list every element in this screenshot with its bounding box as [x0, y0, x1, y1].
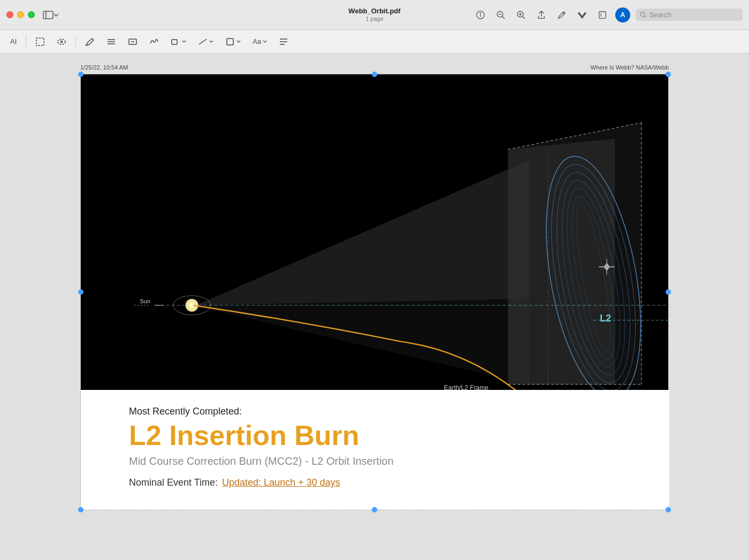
- handle-bottom-left[interactable]: [78, 507, 83, 512]
- svg-point-18: [58, 39, 65, 44]
- handle-middle-right[interactable]: [666, 289, 671, 295]
- pencil-dropdown-button[interactable]: [575, 9, 590, 21]
- box-icon: [225, 37, 235, 47]
- handle-top-right[interactable]: [666, 72, 671, 77]
- more-tools-icon: [279, 37, 288, 47]
- svg-rect-25: [172, 40, 177, 44]
- shapes-dropdown-button[interactable]: [168, 35, 189, 48]
- svg-rect-27: [227, 39, 233, 45]
- zoom-out-icon: [496, 10, 506, 20]
- maximize-button[interactable]: [28, 11, 35, 18]
- title-bar: Webb_Orbit.pdf 1 page: [0, 0, 749, 30]
- more-tools-button[interactable]: [276, 35, 291, 48]
- svg-rect-0: [43, 11, 53, 19]
- zoom-in-icon: [516, 10, 526, 20]
- svg-line-16: [644, 16, 646, 17]
- lines-dropdown-button[interactable]: [195, 35, 216, 48]
- dropdown-arrow-icon: [182, 40, 186, 43]
- doc-source: Where Is Webb? NASA/Webb: [591, 64, 669, 71]
- main-content: 1/25/22, 10:54 AM Where Is Webb? NASA/We…: [0, 53, 749, 560]
- toolbar-divider-2: [75, 35, 76, 48]
- chevron-down-small-icon: [577, 10, 587, 20]
- svg-line-9: [523, 16, 525, 19]
- orbit-visualization: Sun: [81, 74, 668, 390]
- svg-rect-13: [599, 11, 606, 18]
- text-button[interactable]: [125, 35, 140, 48]
- dropdown-arrow-3-icon: [236, 40, 241, 43]
- zoom-out-button[interactable]: [493, 9, 508, 21]
- window-title: Webb_Orbit.pdf 1 page: [348, 7, 400, 22]
- traffic-lights: [6, 11, 35, 18]
- sidebar-icon: [43, 11, 54, 19]
- svg-text:Sun: Sun: [140, 298, 150, 304]
- info-icon: [476, 10, 485, 20]
- signature-icon: [149, 37, 159, 47]
- pencil-icon: [557, 10, 567, 20]
- signature-button[interactable]: [147, 35, 162, 48]
- handle-top-left[interactable]: [78, 72, 83, 77]
- page-count-label: 1 page: [365, 16, 384, 22]
- rectangle-select-icon: [35, 37, 45, 47]
- info-button[interactable]: [473, 9, 488, 21]
- ai-button[interactable]: AI: [7, 36, 19, 47]
- svg-line-6: [502, 16, 505, 19]
- toolbar-right: A: [473, 7, 743, 22]
- nominal-link[interactable]: Updated: Launch + 30 days: [222, 477, 340, 488]
- chevron-down-icon: [54, 13, 59, 17]
- pdf-image-container[interactable]: Sun: [80, 74, 669, 510]
- share-button[interactable]: [534, 9, 549, 21]
- space-image: Sun: [81, 74, 668, 390]
- strikethrough-icon: [106, 37, 116, 47]
- box-dropdown-button[interactable]: [223, 35, 243, 48]
- svg-point-19: [61, 41, 63, 42]
- expand-icon: [598, 10, 607, 20]
- strikethrough-button[interactable]: [104, 35, 119, 48]
- nominal-event-row: Nominal Event Time: Updated: Launch + 30…: [129, 477, 621, 488]
- ai-label: AI: [10, 37, 17, 45]
- handle-bottom-center[interactable]: [372, 507, 377, 512]
- lasso-icon: [57, 37, 66, 47]
- svg-line-12: [563, 12, 564, 14]
- minimize-button[interactable]: [17, 11, 24, 18]
- font-dropdown-button[interactable]: Aa: [250, 36, 270, 47]
- lasso-select-button[interactable]: [54, 35, 69, 48]
- svg-point-4: [480, 13, 480, 13]
- handle-top-center[interactable]: [372, 72, 377, 77]
- pencil-button[interactable]: [554, 9, 569, 21]
- annotation-button[interactable]: A: [615, 7, 630, 22]
- doc-text-content: Most Recently Completed: L2 Insertion Bu…: [81, 390, 669, 510]
- burn-title-heading: L2 Insertion Burn: [129, 420, 621, 451]
- doc-header: 1/25/22, 10:54 AM Where Is Webb? NASA/We…: [80, 64, 669, 71]
- svg-text:Earth/L2 Frame: Earth/L2 Frame: [444, 384, 488, 390]
- dropdown-arrow-2-icon: [209, 40, 213, 43]
- text-icon: [128, 37, 137, 47]
- annotation-toolbar: AI: [0, 30, 749, 53]
- nominal-label: Nominal Event Time:: [129, 477, 218, 488]
- zoom-in-button[interactable]: [514, 9, 529, 21]
- search-icon: [640, 11, 647, 19]
- draw-icon: [85, 37, 95, 47]
- search-input[interactable]: [649, 11, 738, 19]
- filename-label: Webb_Orbit.pdf: [348, 7, 400, 16]
- burn-subtitle-text: Mid Course Correction Burn (MCC2) - L2 O…: [129, 455, 621, 467]
- doc-timestamp: 1/25/22, 10:54 AM: [80, 64, 128, 71]
- expand-button[interactable]: [595, 9, 610, 21]
- shapes-icon: [171, 37, 180, 47]
- rectangle-select-button[interactable]: [33, 35, 48, 48]
- search-bar[interactable]: [636, 9, 743, 21]
- share-icon: [537, 10, 546, 20]
- draw-button[interactable]: [82, 35, 97, 48]
- handle-bottom-right[interactable]: [666, 507, 671, 512]
- sidebar-toggle-button[interactable]: [40, 9, 62, 21]
- svg-rect-17: [36, 38, 44, 45]
- toolbar-divider-1: [26, 35, 26, 48]
- close-button[interactable]: [6, 11, 13, 18]
- svg-line-26: [199, 39, 207, 44]
- font-label: Aa: [253, 37, 261, 45]
- most-recently-label: Most Recently Completed:: [129, 406, 621, 417]
- svg-point-15: [640, 12, 645, 16]
- annotation-label: A: [620, 11, 625, 19]
- svg-text:L2: L2: [600, 313, 611, 324]
- dropdown-arrow-4-icon: [263, 40, 267, 43]
- lines-icon: [198, 37, 208, 47]
